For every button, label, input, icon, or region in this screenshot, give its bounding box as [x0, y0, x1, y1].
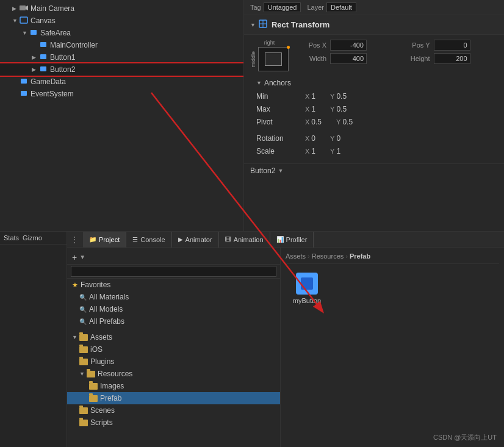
hierarchy-item-label: Canvas: [31, 16, 56, 25]
tree-item-scripts[interactable]: Scripts: [67, 417, 280, 429]
breadcrumb: Assets › Resources › Prefab: [286, 250, 499, 264]
tab-profiler[interactable]: 📊 Profiler: [270, 232, 314, 248]
hierarchy-item-button1[interactable]: ▶ Button1: [0, 51, 243, 63]
tree-item-images[interactable]: Images: [67, 380, 280, 392]
pos-x-input[interactable]: [330, 40, 367, 51]
prefab-file-icon: [296, 273, 318, 295]
hierarchy-item-canvas[interactable]: ▼ Canvas: [0, 15, 243, 27]
all-prefabs-label: All Prefabs: [89, 317, 124, 326]
hierarchy-item-button2[interactable]: ▶ Button2: [0, 63, 243, 76]
collapse-arrow: ▼: [22, 30, 28, 36]
file-tree: + ▼ ★ Favorites 🔍 All Materials 🔍: [67, 248, 281, 447]
cube-icon: [39, 65, 48, 74]
camera-icon: [20, 4, 28, 13]
scale-y-label: Y: [330, 148, 334, 155]
cube-icon: [20, 77, 28, 86]
svg-rect-3: [31, 30, 37, 35]
anchor-min-label: Min: [256, 92, 305, 101]
anchor-max-y-value: 0.5: [336, 105, 347, 113]
gizmo-tab[interactable]: Gizmo: [23, 234, 42, 241]
search-icon: 🔍: [79, 294, 87, 301]
tree-item-assets[interactable]: ▼ Assets: [67, 331, 280, 343]
tab-profiler-label: Profiler: [286, 236, 308, 243]
folder-icon: [79, 407, 88, 414]
hierarchy-item-gamedata[interactable]: ▶ GameData: [0, 76, 243, 88]
hierarchy-item-eventsystem[interactable]: ▶ EventSystem: [0, 88, 243, 100]
rect-transform-body: right middle Pos X: [244, 35, 504, 163]
svg-rect-8: [21, 91, 27, 96]
width-input[interactable]: [330, 53, 367, 64]
tree-item-scenes[interactable]: Scenes: [67, 404, 280, 417]
tab-bar: ⋮ 📁 Project ☰ Console ▶ Animator 🎞 Anima…: [67, 232, 504, 248]
hierarchy-item-maincontroller[interactable]: ▶ MainController: [0, 39, 243, 51]
tree-add-button[interactable]: +: [72, 252, 77, 262]
anchor-max-y-label: Y: [330, 105, 334, 113]
file-content: Assets › Resources › Prefab myButton: [281, 248, 504, 447]
hierarchy-item-label: Button2: [50, 65, 75, 74]
all-materials-label: All Materials: [89, 293, 129, 301]
anchor-max-row: Max X 1 Y 0.5: [256, 104, 492, 115]
folder-icon: [79, 334, 88, 341]
rect-transform-header: ▼ Rect Transform: [244, 15, 504, 35]
collapse-arrow: ▶: [12, 5, 18, 12]
tab-animator[interactable]: ▶ Animator: [172, 232, 219, 248]
hierarchy-item-main-camera[interactable]: ▶ Main Camera: [0, 2, 243, 15]
scale-y-value: 1: [336, 147, 340, 156]
scale-x-label: X: [305, 148, 309, 155]
tree-add-dropdown[interactable]: ▼: [79, 254, 85, 260]
anchor-min-y-label: Y: [330, 93, 334, 100]
search-bar: [67, 265, 280, 279]
layer-value[interactable]: Default: [326, 2, 356, 12]
anchor-max-x-label: X: [305, 105, 309, 113]
search-icon: 🔍: [79, 306, 87, 313]
stats-tab[interactable]: Stats: [4, 234, 19, 241]
star-icon: ★: [72, 281, 78, 289]
all-models-label: All Models: [89, 305, 123, 313]
project-icon: 📁: [89, 236, 96, 243]
hierarchy-item-safearea[interactable]: ▼ SafeArea: [0, 27, 243, 39]
search-input[interactable]: [71, 266, 276, 277]
cube-icon: [39, 53, 48, 62]
left-panel-tabs: Stats Gizmo: [0, 232, 67, 245]
tree-item-all-models[interactable]: 🔍 All Models: [67, 303, 280, 315]
project-browser: ⋮ 📁 Project ☰ Console ▶ Animator 🎞 Anima…: [67, 232, 504, 447]
inspector-footer: Button2 ▼: [244, 163, 504, 177]
anchors-header[interactable]: ▼ Anchors: [250, 76, 498, 90]
dots-menu[interactable]: ⋮: [71, 235, 78, 244]
rotation-row: Rotation X 0 Y 0: [250, 133, 498, 144]
collapse-arrow: ▶: [32, 54, 38, 60]
collapse-arrow: ▼: [79, 371, 85, 377]
anchor-min-x-value: 1: [311, 92, 315, 101]
tree-item-ios[interactable]: iOS: [67, 343, 280, 356]
tab-project[interactable]: 📁 Project: [83, 232, 126, 248]
anchor-min-x-label: X: [305, 93, 309, 100]
folder-icon: [79, 359, 88, 365]
height-input[interactable]: [434, 53, 470, 64]
pos-y-input[interactable]: [434, 40, 470, 51]
folder-icon: [89, 383, 98, 390]
file-item-mybutton[interactable]: myButton: [286, 269, 328, 308]
folder-icon: [79, 420, 88, 426]
dropdown-arrow[interactable]: ▼: [278, 168, 283, 174]
tag-value[interactable]: Untagged: [264, 2, 301, 12]
tree-item-all-prefabs[interactable]: 🔍 All Prefabs: [67, 315, 280, 327]
hierarchy-item-label: GameData: [31, 77, 66, 86]
hierarchy-item-label: SafeArea: [40, 29, 71, 37]
tab-animation[interactable]: 🎞 Animation: [219, 232, 270, 248]
tab-console[interactable]: ☰ Console: [126, 232, 171, 248]
tree-item-prefab[interactable]: Prefab: [67, 392, 280, 404]
breadcrumb-assets: Assets: [286, 252, 306, 260]
pivot-y-label: Y: [336, 118, 340, 126]
tree-item-resources[interactable]: ▼ Resources: [67, 368, 280, 380]
pivot-label: Pivot: [256, 118, 305, 126]
tree-toolbar: + ▼: [67, 250, 280, 265]
scripts-label: Scripts: [90, 418, 113, 427]
hierarchy-item-label: Main Camera: [31, 4, 74, 13]
footer-object-label: Button2: [250, 166, 275, 175]
height-label: Height: [400, 55, 430, 62]
folder-icon: [79, 346, 88, 353]
tree-item-plugins[interactable]: Plugins: [67, 356, 280, 368]
tree-item-all-materials[interactable]: 🔍 All Materials: [67, 291, 280, 303]
tree-item-favorites[interactable]: ★ Favorites: [67, 279, 280, 291]
scale-x-value: 1: [311, 147, 315, 156]
